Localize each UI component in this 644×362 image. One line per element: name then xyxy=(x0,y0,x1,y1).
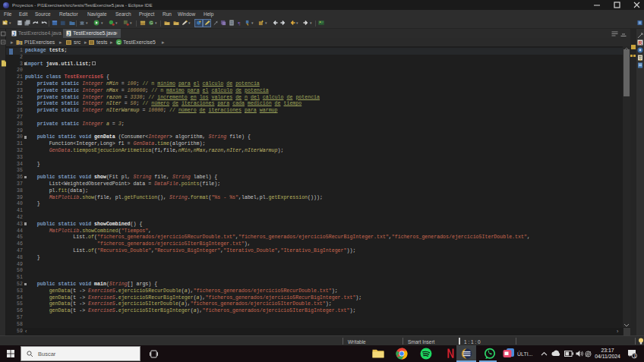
svg-text:R: R xyxy=(639,40,642,46)
svg-text:J: J xyxy=(67,30,70,36)
svg-text:J: J xyxy=(12,30,15,36)
svg-text:¶: ¶ xyxy=(238,20,241,26)
svg-text:J: J xyxy=(18,41,21,46)
svg-text:C: C xyxy=(117,40,121,45)
svg-text:G: G xyxy=(150,20,153,25)
